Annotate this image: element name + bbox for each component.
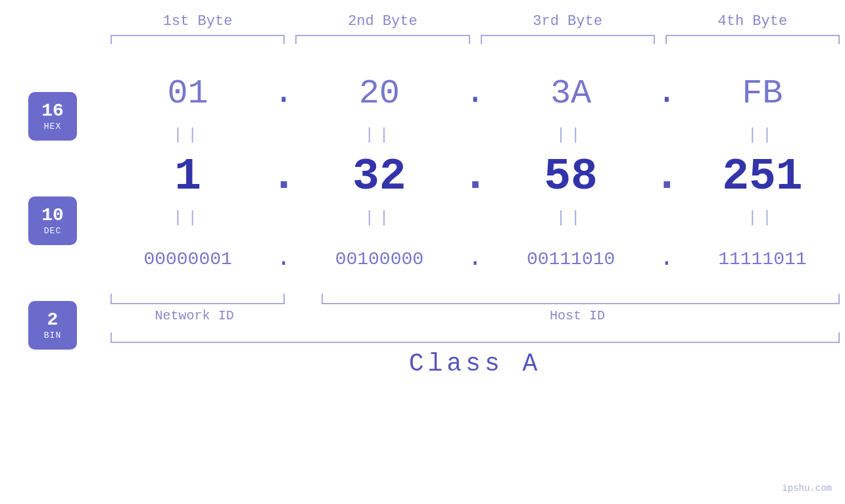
bin-dot2: . [462,247,489,271]
dec-byte1-cell: 1 [105,151,270,202]
class-label: Class A [105,350,845,378]
dec-byte2-cell: 32 [297,151,462,202]
eq2-b1: || [105,209,270,227]
byte4-header: 4th Byte [660,13,845,35]
bracket-top-1 [110,35,285,44]
label-spacer [283,308,310,323]
hex-byte1-cell: 01 [105,74,270,113]
bracket-top-3 [481,35,655,44]
dec-badge-number: 10 [41,206,64,226]
dec-byte3-cell: 58 [489,151,654,202]
dec-row: 1 . 32 . 58 . 251 [105,147,845,206]
eq1-b4: || [680,126,845,144]
bin-badge-number: 2 [47,310,59,331]
network-id-label: Network ID [105,308,283,323]
hex-dot1: . [270,76,297,110]
hex-dot2: . [462,76,489,110]
content-area: 16 HEX 10 DEC 2 BIN 01 . 20 [0,64,845,378]
eq1-b3: || [489,126,654,144]
bin-byte4-cell: 11111011 [680,249,845,269]
byte2-header: 2nd Byte [290,13,475,35]
eq1-b2: || [297,126,462,144]
hex-badge-number: 16 [41,101,64,122]
rows-area: 01 . 20 . 3A . FB || || [105,64,845,378]
hex-row: 01 . 20 . 3A . FB [105,64,845,123]
eq1-b1: || [105,126,270,144]
dec-dot1: . [270,154,297,198]
byte3-header: 3rd Byte [475,13,660,35]
hex-byte4-cell: FB [680,74,845,113]
header-row: 1st Byte 2nd Byte 3rd Byte 4th Byte [0,13,845,35]
bottom-brackets [105,294,845,304]
hex-byte4: FB [742,74,783,113]
eq2-b2: || [297,209,462,227]
watermark: ipshu.com [782,483,832,493]
id-labels: Network ID Host ID [105,308,845,323]
hex-byte1: 01 [167,74,208,113]
byte1-header: 1st Byte [105,13,290,35]
dec-dot3: . [654,154,680,198]
hex-badge: 16 HEX [28,92,77,141]
hex-dot3: . [654,76,680,110]
hex-byte3: 3A [550,74,591,113]
bin-badge: 2 BIN [28,301,77,350]
hex-byte2-cell: 20 [297,74,462,113]
class-bracket [110,332,840,343]
bin-dot1: . [270,247,297,271]
dec-dot2: . [462,154,489,198]
bin-byte1-cell: 00000001 [105,249,270,269]
main-container: 1st Byte 2nd Byte 3rd Byte 4th Byte 16 H… [0,0,845,504]
dec-byte1: 1 [174,151,201,202]
equals-row-2: || || || || [105,206,845,229]
hex-byte2: 20 [359,74,400,113]
bin-dot3: . [654,247,680,271]
dec-badge: 10 DEC [28,196,77,245]
bin-row: 00000001 . 00100000 . 00111010 . 1111101… [105,229,845,288]
dec-byte3: 58 [544,151,598,202]
bracket-top-4 [665,35,840,44]
bracket-top-2 [295,35,470,44]
bracket-top-row [0,35,845,44]
dec-badge-label: DEC [44,226,61,236]
badges-column: 16 HEX 10 DEC 2 BIN [0,64,105,378]
hex-badge-label: HEX [44,122,61,131]
bin-byte3-cell: 00111010 [489,249,654,269]
eq2-b4: || [680,209,845,227]
eq2-b3: || [489,209,654,227]
host-id-label: Host ID [310,308,845,323]
dec-byte4: 251 [722,151,802,202]
bin-byte3: 00111010 [527,249,615,269]
host-bracket [322,294,840,304]
equals-row-1: || || || || [105,123,845,147]
bin-byte4: 11111011 [718,249,806,269]
network-bracket [110,294,285,304]
bin-badge-label: BIN [44,331,61,340]
bin-byte2-cell: 00100000 [297,249,462,269]
bin-byte2: 00100000 [335,249,423,269]
bin-byte1: 00000001 [143,249,231,269]
hex-byte3-cell: 3A [489,74,654,113]
dec-byte2: 32 [352,151,406,202]
dec-byte4-cell: 251 [680,151,845,202]
bracket-spacer1 [290,294,316,304]
